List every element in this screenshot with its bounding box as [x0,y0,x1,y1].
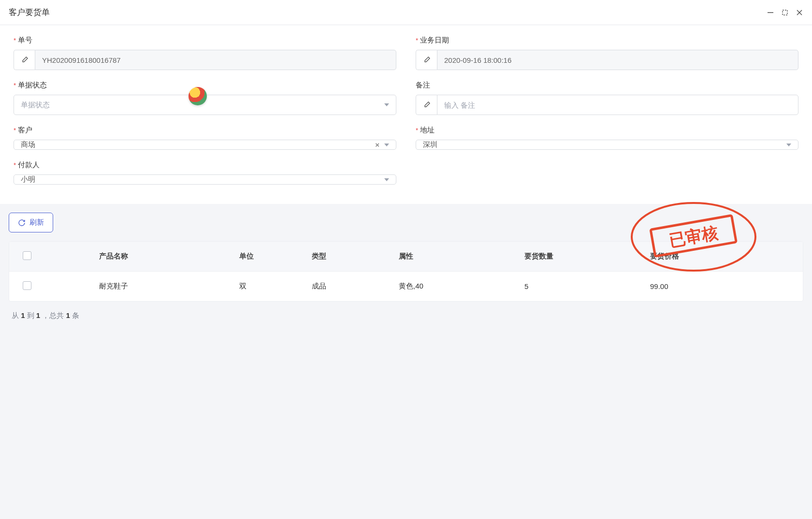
address-value: 深圳 [423,140,437,149]
edit-icon[interactable] [14,50,35,70]
required-star: * [14,82,16,89]
window-header: 客户要货单 [0,0,812,25]
col-header-attr: 属性 [391,242,517,272]
label-status: 单据状态 [18,81,47,90]
remark-input[interactable] [437,95,798,115]
label-remark: 备注 [416,81,430,90]
field-order-no: *单号 [14,36,396,70]
form-panel: *单号 *业务日期 *单据状态 单据状态 [0,25,812,204]
label-order-no: 单号 [18,36,32,45]
products-table: 产品名称 单位 类型 属性 要货数量 要货价格 耐克鞋子 双 成品 黄色,40 … [9,241,803,302]
status-placeholder: 单据状态 [21,101,50,110]
decorative-fruit-icon [188,87,207,105]
edit-icon[interactable] [416,50,437,70]
chevron-down-icon [786,144,791,146]
customer-value: 商场 [21,140,35,149]
refresh-icon [18,219,26,227]
col-header-name: 产品名称 [91,242,232,272]
cell-name: 耐克鞋子 [91,272,232,302]
minimize-button[interactable] [767,9,774,16]
payer-value: 小明 [21,175,35,184]
table-panel: 刷新 产品名称 单位 类型 属性 要货数量 要货价格 耐克鞋子 双 [0,204,812,329]
field-biz-date: *业务日期 [416,36,798,70]
required-star: * [14,127,16,134]
customer-select[interactable]: 商场 × [14,140,396,150]
required-star: * [416,37,418,44]
pagination-info: 从 1 到 1 ，总共 1 条 [9,311,803,320]
label-payer: 付款人 [18,160,40,170]
field-customer: *客户 商场 × [14,126,396,150]
refresh-button[interactable]: 刷新 [9,213,53,232]
close-button[interactable] [796,9,803,16]
chevron-down-icon [384,144,389,146]
biz-date-input[interactable] [437,50,798,70]
col-header-type: 类型 [304,242,391,272]
col-header-qty: 要货数量 [517,242,642,272]
refresh-label: 刷新 [29,218,44,227]
label-customer: 客户 [18,126,32,135]
field-payer: *付款人 小明 [14,160,396,185]
field-remark: 备注 [416,81,798,115]
cell-qty: 5 [517,272,642,302]
col-header-price: 要货价格 [642,242,803,272]
label-address: 地址 [420,126,435,135]
edit-icon[interactable] [416,95,437,115]
maximize-button[interactable] [781,9,789,16]
required-star: * [14,37,16,44]
col-header-unit: 单位 [232,242,304,272]
cell-attr: 黄色,40 [391,272,517,302]
label-biz-date: 业务日期 [420,36,449,45]
window-controls [767,9,803,16]
clear-icon[interactable]: × [375,141,379,149]
cell-type: 成品 [304,272,391,302]
table-header-row: 产品名称 单位 类型 属性 要货数量 要货价格 [9,242,803,272]
address-select[interactable]: 深圳 [416,140,798,150]
chevron-down-icon [384,178,389,181]
chevron-down-icon [384,103,389,106]
order-no-input[interactable] [35,50,396,70]
page-title: 客户要货单 [9,7,50,18]
cell-unit: 双 [232,272,304,302]
svg-rect-1 [783,10,787,15]
table-row[interactable]: 耐克鞋子 双 成品 黄色,40 5 99.00 [9,272,803,302]
cell-price: 99.00 [642,272,803,302]
select-all-checkbox[interactable] [23,251,31,260]
row-checkbox[interactable] [23,281,31,290]
field-address: *地址 深圳 [416,126,798,150]
required-star: * [14,161,16,169]
required-star: * [416,127,418,134]
payer-select[interactable]: 小明 [14,174,396,185]
